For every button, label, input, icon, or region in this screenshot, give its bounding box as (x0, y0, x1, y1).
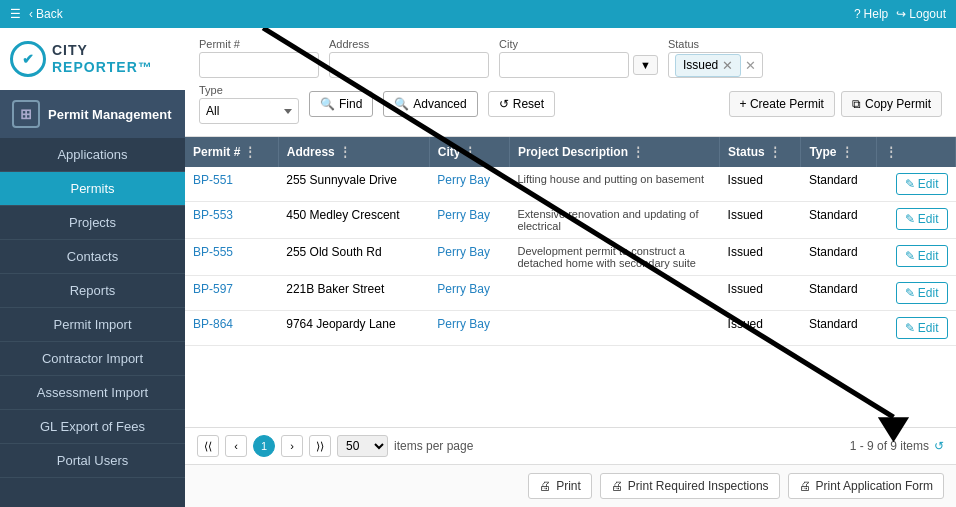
edit-button[interactable]: ✎ Edit (896, 173, 948, 195)
table-header-row: Permit # ⋮ Address ⋮ Cit (185, 137, 956, 167)
print-form-button[interactable]: 🖨 Print Application Form (788, 473, 944, 499)
status-clear-icon[interactable]: ✕ (745, 58, 756, 73)
address-cell: 221B Baker Street (278, 276, 429, 311)
sidebar-item-reports[interactable]: Reports (0, 274, 185, 308)
page-next-button[interactable]: › (281, 435, 303, 457)
status-col-menu[interactable]: ⋮ (769, 145, 781, 159)
top-bar-right: ? Help ↪ Logout (854, 7, 946, 21)
logo-text: CITY REPORTER™ (52, 42, 153, 76)
print-inspections-button[interactable]: 🖨 Print Required Inspections (600, 473, 780, 499)
action-cell: ✎ Edit (876, 276, 955, 311)
help-button[interactable]: ? Help (854, 7, 888, 21)
type-filter-group: Type All Standard Special (199, 84, 299, 124)
reset-button[interactable]: ↺ Reset (488, 91, 555, 117)
status-remove-button[interactable]: ✕ (722, 58, 733, 73)
city-cell: Perry Bay (429, 311, 509, 346)
city-cell: Perry Bay (429, 167, 509, 202)
city-input[interactable] (499, 52, 629, 78)
address-cell: 450 Medley Crescent (278, 202, 429, 239)
address-cell: 255 Sunnyvale Drive (278, 167, 429, 202)
sidebar-item-contacts[interactable]: Contacts (0, 240, 185, 274)
page-1-button[interactable]: 1 (253, 435, 275, 457)
sidebar-item-applications[interactable]: Applications (0, 138, 185, 172)
sidebar-nav: Applications Permits Projects Contacts R… (0, 138, 185, 507)
city-label: City (499, 38, 658, 50)
address-col-menu[interactable]: ⋮ (339, 145, 351, 159)
action-cell: ✎ Edit (876, 239, 955, 276)
type-cell: Standard (801, 167, 877, 202)
filter-actions: + Create Permit ⧉ Copy Permit (729, 91, 942, 117)
address-filter-group: Address (329, 38, 489, 78)
city-col-menu[interactable]: ⋮ (464, 145, 476, 159)
address-cell: 255 Old South Rd (278, 239, 429, 276)
status-cell: Issued (720, 311, 801, 346)
col-type: Type ⋮ (801, 137, 877, 167)
sidebar-item-permits[interactable]: Permits (0, 172, 185, 206)
edit-button[interactable]: ✎ Edit (896, 317, 948, 339)
city-cell: Perry Bay (429, 202, 509, 239)
status-filter-group: Status Issued ✕ ✕ (668, 38, 763, 78)
type-col-menu[interactable]: ⋮ (841, 145, 853, 159)
status-cell: Issued (720, 202, 801, 239)
page-last-button[interactable]: ⟩⟩ (309, 435, 331, 457)
address-input[interactable] (329, 52, 489, 78)
find-button[interactable]: 🔍 Find (309, 91, 373, 117)
action-cell: ✎ Edit (876, 167, 955, 202)
permit-number-cell[interactable]: BP-864 (185, 311, 278, 346)
table-row: BP-553 450 Medley Crescent Perry Bay Ext… (185, 202, 956, 239)
edit-icon: ✎ (905, 321, 915, 335)
chevron-left-icon: ‹ (29, 7, 33, 21)
description-cell: Lifting house and putting on basement (509, 167, 719, 202)
advanced-button[interactable]: 🔍 Advanced (383, 91, 477, 117)
sidebar-item-assessment-import[interactable]: Assessment Import (0, 376, 185, 410)
menu-button[interactable]: ☰ (10, 7, 21, 21)
col-description: Project Description ⋮ (509, 137, 719, 167)
module-header: ⊞ Permit Management (0, 90, 185, 138)
page-first-button[interactable]: ⟨⟨ (197, 435, 219, 457)
col-actions: ⋮ (876, 137, 955, 167)
refresh-icon[interactable]: ↺ (934, 439, 944, 453)
create-permit-button[interactable]: + Create Permit (729, 91, 835, 117)
per-page-select[interactable]: 50 25 100 (337, 435, 388, 457)
table-body: BP-551 255 Sunnyvale Drive Perry Bay Lif… (185, 167, 956, 346)
permit-number-cell[interactable]: BP-555 (185, 239, 278, 276)
sidebar-item-gl-export[interactable]: GL Export of Fees (0, 410, 185, 444)
permit-number-cell[interactable]: BP-597 (185, 276, 278, 311)
back-button[interactable]: ‹ Back (29, 7, 63, 21)
type-select[interactable]: All Standard Special (199, 98, 299, 124)
status-label: Status (668, 38, 763, 50)
logo-icon: ✔ (10, 41, 46, 77)
print-button[interactable]: 🖨 Print (528, 473, 592, 499)
permit-col-menu[interactable]: ⋮ (244, 145, 256, 159)
sidebar-item-contractor-import[interactable]: Contractor Import (0, 342, 185, 376)
top-bar-left: ☰ ‹ Back (10, 7, 63, 21)
page-info: 1 - 9 of 9 items ↺ (850, 439, 944, 453)
edit-button[interactable]: ✎ Edit (896, 282, 948, 304)
permit-input[interactable] (199, 52, 319, 78)
edit-icon: ✎ (905, 177, 915, 191)
edit-icon: ✎ (905, 249, 915, 263)
filter-row-2: Type All Standard Special 🔍 Find 🔍 (199, 84, 942, 124)
sidebar-item-portal-users[interactable]: Portal Users (0, 444, 185, 478)
permit-filter-group: Permit # (199, 38, 319, 78)
permits-table: Permit # ⋮ Address ⋮ Cit (185, 137, 956, 346)
permit-number-cell[interactable]: BP-551 (185, 167, 278, 202)
status-cell: Issued (720, 167, 801, 202)
edit-button[interactable]: ✎ Edit (896, 245, 948, 267)
permit-number-cell[interactable]: BP-553 (185, 202, 278, 239)
copy-permit-button[interactable]: ⧉ Copy Permit (841, 91, 942, 117)
sidebar-item-permit-import[interactable]: Permit Import (0, 308, 185, 342)
edit-icon: ✎ (905, 212, 915, 226)
edit-button[interactable]: ✎ Edit (896, 208, 948, 230)
logout-button[interactable]: ↪ Logout (896, 7, 946, 21)
sidebar-item-projects[interactable]: Projects (0, 206, 185, 240)
filter-row-1: Permit # Address City ▼ Status (199, 38, 942, 78)
description-cell (509, 311, 719, 346)
city-dropdown-icon[interactable]: ▼ (633, 55, 658, 75)
print-form-icon: 🖨 (799, 479, 811, 493)
col-city: City ⋮ (429, 137, 509, 167)
description-col-menu[interactable]: ⋮ (632, 145, 644, 159)
page-prev-button[interactable]: ‹ (225, 435, 247, 457)
address-cell: 9764 Jeopardy Lane (278, 311, 429, 346)
actions-col-menu[interactable]: ⋮ (885, 145, 897, 159)
